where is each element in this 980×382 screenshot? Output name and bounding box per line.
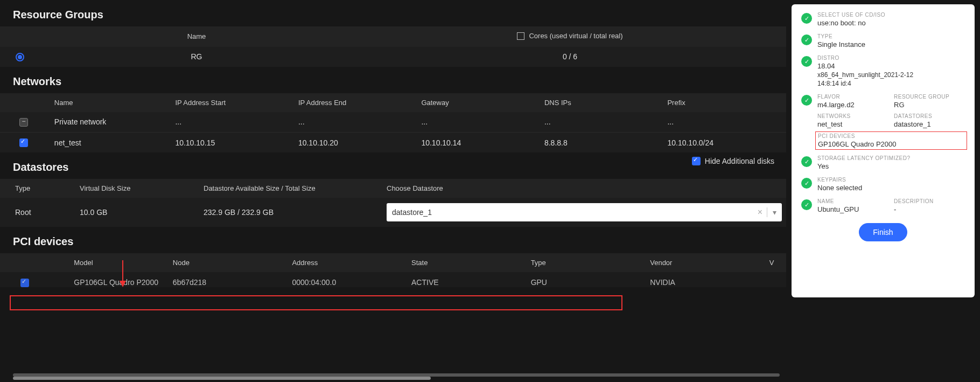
net-gateway-1: 10.10.10.14 <box>417 133 540 153</box>
panel-networks-value: net_test <box>817 120 888 128</box>
pci-title: PCI devices <box>0 231 786 253</box>
datastores-section: Datastores Hide Additional disks Type Vi… <box>0 152 786 227</box>
check-icon: ✓ <box>801 13 812 24</box>
panel-distro-value: 18.04 <box>817 62 913 70</box>
panel-storage-value: Yes <box>817 162 910 170</box>
pci-hdr-vendor: Vendor <box>646 253 765 272</box>
panel-networks-label: NETWORKS <box>817 113 888 119</box>
pci-hdr-type: Type <box>527 253 646 272</box>
summary-panel: ✓ SELECT USE OF CD/ISO use:no boot: no ✓… <box>792 4 975 297</box>
net-ipend-0: ... <box>294 112 417 133</box>
panel-distro-label: DISTRO <box>817 55 913 61</box>
clear-icon[interactable]: × <box>753 207 767 217</box>
net-dns-0: ... <box>540 112 663 133</box>
resource-groups-table: Name Cores (used virtual / total real) <box>0 26 786 67</box>
resource-groups-section: Resource Groups Name Cores (used virtual… <box>0 0 786 67</box>
check-icon: ✓ <box>801 156 812 167</box>
net-checkbox-0[interactable] <box>19 118 28 127</box>
ds-hdr-type: Type <box>0 179 75 198</box>
networks-table: Name IP Address Start IP Address End Gat… <box>0 93 786 153</box>
datastore-select[interactable]: datastore_1 × ▾ <box>387 203 782 221</box>
panel-cdiso-value: use:no boot: no <box>817 19 885 27</box>
rg-header-name: Name <box>39 26 354 47</box>
pci-hdr-address: Address <box>288 253 407 272</box>
chevron-down-icon[interactable]: ▾ <box>767 208 776 217</box>
check-icon: ✓ <box>801 178 812 189</box>
net-ipend-1: 10.10.10.20 <box>294 133 417 153</box>
horizontal-scrollbar-thumb[interactable] <box>13 377 431 380</box>
panel-flavor-value: m4.large.d2 <box>817 101 888 109</box>
check-icon: ✓ <box>801 95 812 106</box>
check-icon: ✓ <box>801 34 812 45</box>
panel-type-label: TYPE <box>817 33 865 39</box>
rg-radio[interactable] <box>16 53 24 61</box>
net-name-0: Private network <box>48 112 171 133</box>
pci-hdr-v: V <box>765 253 786 272</box>
datastore-row: Root 10.0 GB 232.9 GB / 232.9 GB datasto… <box>0 198 786 227</box>
pci-hdr-node: Node <box>169 253 288 272</box>
rg-row[interactable]: RG 0 / 6 <box>0 47 786 67</box>
networks-title: Networks <box>0 71 786 93</box>
rg-cores: 0 / 6 <box>354 47 786 67</box>
pci-model: GP106GL Quadro P2000 <box>49 272 169 287</box>
panel-keypairs-value: None selected <box>817 184 862 192</box>
net-gateway-0: ... <box>417 112 540 133</box>
pci-vendor: NVIDIA <box>646 272 765 287</box>
pci-state: ACTIVE <box>407 272 527 287</box>
panel-cdiso-label: SELECT USE OF CD/ISO <box>817 12 885 18</box>
network-row[interactable]: net_test 10.10.10.15 10.10.10.20 10.10.1… <box>0 133 786 153</box>
panel-distro-line2: x86_64_hvm_sunlight_2021-2-12 <box>817 71 913 79</box>
panel-name-value: Ubuntu_GPU <box>817 205 888 213</box>
panel-desc-label: DESCRIPTION <box>894 198 965 204</box>
panel-pci-value: GP106GL Quadro P2000 <box>818 140 964 148</box>
datastore-select-value: datastore_1 <box>392 208 432 217</box>
net-checkbox-1[interactable] <box>19 138 28 147</box>
panel-flavor-label: FLAVOR <box>817 94 888 100</box>
pci-address: 0000:04:00.0 <box>288 272 407 287</box>
rg-header-cores: Cores (used virtual / total real) <box>529 32 622 40</box>
panel-type-value: Single Instance <box>817 40 865 48</box>
hide-disks-label: Hide Additional disks <box>705 157 774 165</box>
network-row[interactable]: Private network ... ... ... ... ... <box>0 112 786 133</box>
hide-additional-disks[interactable]: Hide Additional disks <box>692 157 774 165</box>
net-name-1: net_test <box>48 133 171 153</box>
net-prefix-1: 10.10.10.0/24 <box>663 133 786 153</box>
resource-groups-title: Resource Groups <box>0 4 786 26</box>
pci-table: Model Node Address State Type Vendor V <box>0 253 786 287</box>
ds-hdr-choose: Choose Datastore <box>382 179 786 198</box>
panel-keypairs-label: KEYPAIRS <box>817 177 862 183</box>
ds-vsize: 10.0 GB <box>75 198 199 227</box>
panel-datastores-value: datastore_1 <box>894 120 965 128</box>
pci-row[interactable]: GP106GL Quadro P2000 6b67d218 0000:04:00… <box>0 272 786 287</box>
net-hdr-name: Name <box>48 93 171 112</box>
annotation-rect-pci <box>10 295 622 310</box>
net-hdr-ipstart: IP Address Start <box>171 93 294 112</box>
check-icon: ✓ <box>801 56 812 67</box>
finish-button[interactable]: Finish <box>859 223 907 241</box>
networks-section: Networks Name IP Address Start IP Addres… <box>0 67 786 153</box>
check-icon: ✓ <box>801 199 812 210</box>
datastores-table: Type Virtual Disk Size Datastore Availab… <box>0 179 786 227</box>
panel-pci-label: PCI DEVICES <box>818 133 964 139</box>
panel-datastores-label: DATASTORES <box>894 113 965 119</box>
net-hdr-prefix: Prefix <box>663 93 786 112</box>
panel-distro-line3: 14:8:14 id:4 <box>817 80 913 87</box>
cpu-icon <box>517 32 524 40</box>
ds-hdr-avail: Datastore Available Size / Total Size <box>199 179 382 198</box>
net-ipstart-0: ... <box>171 112 294 133</box>
ds-avail: 232.9 GB / 232.9 GB <box>199 198 382 227</box>
panel-name-label: NAME <box>817 198 888 204</box>
hide-disks-checkbox[interactable] <box>692 157 701 165</box>
pci-type: GPU <box>527 272 646 287</box>
ds-type: Root <box>0 198 75 227</box>
panel-storage-label: STORAGE LATENCY OPTIMIZED? <box>817 155 910 161</box>
net-dns-1: 8.8.8.8 <box>540 133 663 153</box>
pci-checkbox[interactable] <box>20 279 29 287</box>
pci-node: 6b67d218 <box>169 272 288 287</box>
panel-rg-label: RESOURCE GROUP <box>894 94 965 100</box>
net-hdr-dns: DNS IPs <box>540 93 663 112</box>
pci-section: PCI devices Model Node Address State Typ… <box>0 227 786 287</box>
pci-hdr-state: State <box>407 253 527 272</box>
panel-desc-value: - <box>894 205 965 213</box>
net-ipstart-1: 10.10.10.15 <box>171 133 294 153</box>
